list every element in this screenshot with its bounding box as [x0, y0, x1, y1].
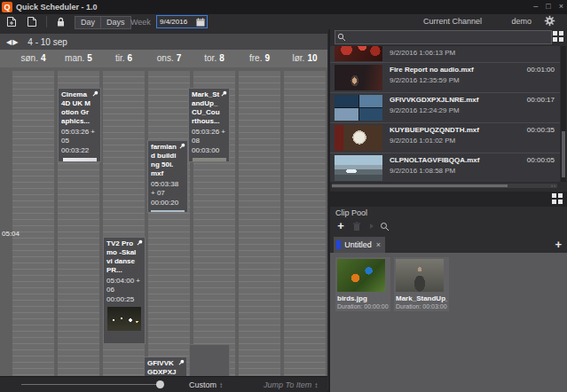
calendar-icon — [196, 18, 205, 27]
grid-view-icon[interactable] — [553, 31, 563, 42]
event-mark-standup[interactable]: Mark_StandUp_CU_Courthous... 05:03:26 + … — [188, 88, 230, 162]
day-column-sat[interactable] — [284, 71, 326, 377]
media-thumbnail — [335, 125, 382, 151]
tab-close-button[interactable]: × — [376, 240, 381, 249]
clip-pool-title: Clip Pool — [335, 208, 367, 217]
window-title: Quick Scheduler - 1.0 — [16, 3, 98, 12]
channel-value[interactable]: demo — [511, 17, 532, 26]
event-thumbnail — [63, 158, 97, 162]
zoom-slider-track[interactable] — [21, 384, 157, 385]
media-thumbnail — [335, 155, 382, 181]
add-clip-button[interactable]: + — [334, 219, 348, 233]
main-toolbar: Day Days Week Current Channel demo — [0, 14, 567, 29]
pin-icon — [221, 90, 227, 97]
clip-pool-content[interactable]: birds.jpg Duration: 00:00:00 Mark_StandU… — [330, 253, 567, 392]
scheduler-pane: ◀▶ 4 - 10 sep søn.4 man.5 tir.6 ons.7 to… — [0, 29, 327, 392]
pool-color-icon — [336, 240, 341, 249]
updown-icon: ↕ — [219, 381, 223, 389]
media-thumbnail — [335, 95, 382, 121]
day-header-tue[interactable]: tir.6 — [101, 50, 146, 67]
media-item[interactable]: 9/2/2016 1:06:13 PM — [330, 46, 560, 63]
day-header-mon[interactable]: man.5 — [56, 50, 101, 67]
day-column-fri[interactable] — [239, 71, 280, 377]
next-week-button[interactable]: ▶ — [12, 38, 19, 46]
toolbar-separator — [46, 16, 47, 27]
day-header-sun[interactable]: søn.4 — [11, 50, 56, 67]
lock-icon — [56, 17, 66, 27]
updown-icon: ↕ — [314, 381, 318, 389]
clip-pool-header-band — [330, 192, 567, 207]
date-input[interactable] — [157, 18, 196, 26]
clip-card-mark-standup[interactable]: Mark_StandUp_... Duration: 00:03:00 — [394, 257, 449, 311]
plus-icon: + — [337, 220, 344, 232]
pin-icon — [137, 239, 143, 246]
event-thumbnail — [151, 210, 185, 213]
view-mode-segment: Day Days — [75, 16, 131, 29]
schedule-grid[interactable]: 05:04 Cinema 4D UK Motion Graphics... 05… — [0, 67, 327, 377]
week-view-button[interactable]: Week — [126, 16, 155, 27]
clip-pool-tabs: Untitled × + — [330, 236, 567, 253]
media-item[interactable]: KUYBUEPUQZQNDTH.mxf 9/2/2016 1:01:02 PM … — [330, 123, 560, 153]
zoom-slider-knob[interactable] — [156, 380, 164, 388]
time-label: 05:04 — [2, 230, 20, 238]
minimize-button[interactable]: – — [533, 0, 538, 13]
event-tv2-promo[interactable]: TV2 Promo -Skal vi danse PR... 05:04:00 … — [103, 237, 146, 344]
media-item[interactable]: GFIVVKGDXPXJLNRE.mxf 9/2/2016 12:24:29 P… — [330, 93, 560, 123]
day-header-row: søn.4 man.5 tir.6 ons.7 tor.8 fre.9 lør.… — [0, 50, 327, 68]
scrollbar-thumb[interactable] — [562, 131, 565, 177]
media-pane: 9/2/2016 1:06:13 PM Fire Report no audio… — [328, 29, 567, 392]
clip-thumbnail — [337, 259, 385, 292]
media-thumbnail — [335, 65, 382, 90]
event-gfivvkgd[interactable]: GFIVVKGDXPXJLNRE... — [144, 357, 187, 377]
day-column-sun[interactable] — [12, 71, 54, 377]
app-window: Q Quick Scheduler - 1.0 – □ × Day Days W… — [0, 0, 567, 392]
lock-button[interactable] — [53, 15, 67, 28]
new-tab-button[interactable]: + — [555, 237, 562, 252]
maximize-button[interactable]: □ — [546, 0, 550, 13]
date-field — [156, 15, 208, 28]
scrollbar-ticks: ‹ › — [551, 184, 555, 188]
media-horizontal-scrollbar[interactable]: ‹ › — [332, 184, 557, 188]
delete-clip-button[interactable] — [350, 219, 364, 233]
clip-card-birds[interactable]: birds.jpg Duration: 00:00:00 — [335, 257, 390, 311]
day-header-wed[interactable]: ons.7 — [146, 50, 192, 67]
week-range-label: 4 - 10 sep — [28, 37, 67, 47]
new-schedule-button[interactable] — [4, 15, 19, 28]
new-document-icon — [6, 16, 17, 27]
media-thumbnail — [335, 46, 382, 61]
zoom-mode-dropdown[interactable]: Custom↕ — [189, 380, 223, 389]
event-empty[interactable] — [189, 344, 230, 377]
current-channel-label: Current Channel — [423, 17, 482, 26]
event-farmland[interactable]: farmland building 50i.mxf 05:03:38 + 07 … — [147, 140, 188, 213]
clip-pool-search-button[interactable] — [377, 219, 391, 233]
grid-view-icon[interactable] — [552, 193, 563, 204]
day-column-wed[interactable] — [148, 71, 190, 377]
scrollbar-thumb[interactable] — [332, 184, 508, 187]
media-list: 9/2/2016 1:06:13 PM Fire Report no audio… — [330, 46, 560, 182]
day-header-fri[interactable]: fre.9 — [237, 50, 282, 67]
gear-icon — [544, 15, 556, 27]
nav-arrows: ◀▶ — [6, 38, 19, 46]
media-vertical-scrollbar[interactable] — [561, 46, 566, 182]
day-view-button[interactable]: Day — [75, 17, 100, 28]
search-icon — [337, 33, 346, 42]
clip-pool-toolbar: + — [330, 218, 567, 234]
media-search-input[interactable] — [348, 33, 551, 42]
clip-thumbnail — [396, 259, 444, 292]
window-controls: – □ × — [533, 0, 563, 13]
media-item[interactable]: CLPNOLTAGVFIBQQA.mxf 9/2/2016 1:08:58 PM… — [330, 153, 560, 182]
pin-icon — [178, 359, 185, 365]
media-item[interactable]: Fire Report no audio.mxf 9/2/2016 12:35:… — [330, 63, 560, 93]
event-cinema-4d[interactable]: Cinema 4D UK Motion Graphics... 05:03:26… — [58, 88, 101, 162]
settings-button[interactable] — [544, 15, 556, 27]
event-thumbnail — [193, 158, 226, 162]
day-header-thu[interactable]: tor.8 — [192, 50, 237, 67]
open-document-icon — [27, 16, 37, 27]
open-schedule-button[interactable] — [25, 15, 39, 28]
close-button[interactable]: × — [559, 0, 563, 13]
trash-icon — [352, 222, 361, 231]
tab-untitled[interactable]: Untitled × — [334, 237, 385, 253]
jump-to-item-dropdown[interactable]: Jump To Item↕ — [264, 380, 318, 389]
day-header-sat[interactable]: lør.10 — [282, 50, 327, 67]
status-bar: Custom↕ Jump To Item↕ — [0, 376, 327, 392]
